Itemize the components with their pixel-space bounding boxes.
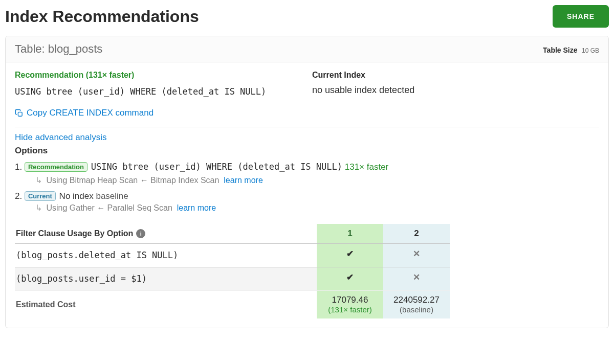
copy-create-index-link[interactable]: Copy CREATE INDEX command [15, 108, 154, 118]
x-icon: ✕ [383, 267, 450, 290]
page-title: Index Recommendations [5, 7, 199, 26]
svg-rect-0 [18, 112, 22, 116]
arrow-down-right-icon: ↳ [35, 176, 42, 185]
estimated-cost-row: Estimated Cost 17079.46 (131× faster) 22… [15, 290, 450, 318]
check-icon: ✔ [317, 267, 383, 290]
learn-more-link[interactable]: learn more [177, 203, 216, 212]
current-badge: Current [25, 191, 56, 201]
option-row-2: 2. Current No index baseline ↳ Using Gat… [15, 191, 599, 213]
filter-clause-usage-table: Filter Clause Usage By Option i 1 2 (blo… [15, 224, 450, 318]
usage-col-1-header: 1 [317, 224, 383, 243]
copy-icon [15, 109, 24, 118]
recommendation-heading: Recommendation (131× faster) [15, 71, 302, 80]
table-size: Table Size 10 GB [543, 46, 599, 55]
usage-title: Filter Clause Usage By Option i [15, 224, 317, 243]
recommendation-sql: USING btree (user_id) WHERE (deleted_at … [15, 85, 302, 99]
option2-baseline: (baseline) [385, 305, 448, 314]
option1-cost: 17079.46 [319, 295, 381, 305]
arrow-down-right-icon: ↳ [35, 203, 42, 212]
learn-more-link[interactable]: learn more [224, 176, 262, 185]
advanced-analysis-toggle[interactable]: Hide advanced analysis [15, 132, 599, 143]
usage-row: (blog_posts.deleted_at IS NULL) ✔ ✕ [15, 243, 450, 267]
usage-row: (blog_posts.user_id = $1) ✔ ✕ [15, 267, 450, 290]
check-icon: ✔ [317, 244, 383, 267]
option-row-1: 1. Recommendation USING btree (user_id) … [15, 160, 599, 185]
current-index-text: no usable index detected [312, 85, 599, 99]
options-heading: Options [15, 146, 599, 156]
usage-col-2-header: 2 [383, 224, 450, 243]
recommendation-panel: Table: blog_posts Table Size 10 GB Recom… [5, 36, 609, 328]
info-icon[interactable]: i [136, 229, 145, 238]
option2-cost: 2240592.27 [385, 295, 448, 305]
x-icon: ✕ [383, 244, 450, 267]
recommendation-badge: Recommendation [25, 162, 87, 172]
share-button[interactable]: SHARE [553, 5, 609, 28]
option1-speedup: (131× faster) [319, 305, 381, 314]
table-name: Table: blog_posts [15, 42, 102, 56]
current-index-heading: Current Index [312, 71, 599, 80]
